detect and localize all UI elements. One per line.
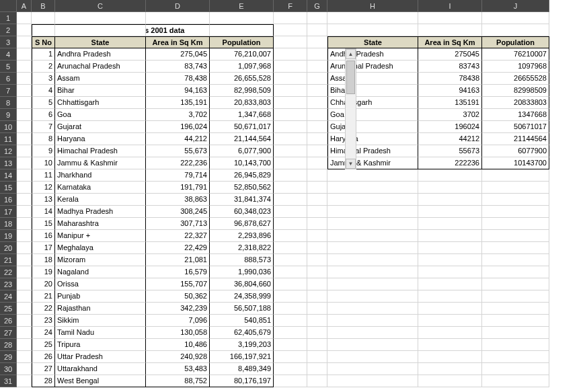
cell-F24[interactable] — [274, 290, 307, 303]
left-area-24[interactable]: 10,486 — [146, 339, 210, 351]
row-header-11[interactable]: 11 — [0, 133, 17, 145]
left-sno-6[interactable]: 7 — [32, 121, 55, 133]
left-area-15[interactable]: 22,327 — [146, 230, 210, 242]
left-area-8[interactable]: 55,673 — [146, 145, 210, 157]
cell-I24[interactable] — [418, 290, 482, 303]
left-area-1[interactable]: 83,743 — [146, 61, 210, 73]
cell-G11[interactable] — [307, 133, 327, 145]
right-pop-0[interactable]: 76210007 — [482, 48, 549, 61]
cell-I29[interactable] — [418, 351, 482, 363]
cell-F12[interactable] — [274, 145, 307, 157]
cell-F29[interactable] — [274, 351, 307, 363]
left-pop-22[interactable]: 540,851 — [210, 315, 274, 327]
cell-F25[interactable] — [274, 303, 307, 315]
left-pop-10[interactable]: 26,945,829 — [210, 169, 274, 182]
cell-G2[interactable] — [307, 24, 327, 36]
cell-A13[interactable] — [17, 157, 32, 169]
cell-J19[interactable] — [482, 230, 549, 242]
left-area-4[interactable]: 135,191 — [146, 97, 210, 109]
cell-I20[interactable] — [418, 242, 482, 254]
cell-H29[interactable] — [327, 351, 418, 363]
left-sno-5[interactable]: 6 — [32, 109, 55, 121]
col-header-D[interactable]: D — [146, 0, 210, 12]
left-pop-6[interactable]: 50,671,017 — [210, 121, 274, 133]
left-sno-0[interactable]: 1 — [32, 48, 55, 61]
select-all-corner[interactable] — [0, 0, 17, 12]
left-area-7[interactable]: 44,212 — [146, 133, 210, 145]
left-area-0[interactable]: 275,045 — [146, 48, 210, 61]
cell-F18[interactable] — [274, 218, 307, 230]
cell-H20[interactable] — [327, 242, 418, 254]
cell-A20[interactable] — [17, 242, 32, 254]
row-header-5[interactable]: 5 — [0, 61, 17, 73]
cell-A16[interactable] — [17, 194, 32, 206]
left-state-27[interactable]: West Bengal — [55, 375, 146, 387]
left-state-7[interactable]: Haryana — [55, 133, 146, 145]
cell-H26[interactable] — [327, 315, 418, 327]
left-sno-22[interactable]: 23 — [32, 315, 55, 327]
cell-I23[interactable] — [418, 278, 482, 290]
cell-F17[interactable] — [274, 206, 307, 218]
right-area-1[interactable]: 83743 — [418, 61, 482, 73]
cell-G8[interactable] — [307, 97, 327, 109]
cell-A6[interactable] — [17, 73, 32, 85]
right-state-0[interactable]: Andhra Pradesh — [327, 48, 418, 61]
left-state-17[interactable]: Mizoram — [55, 254, 146, 266]
row-header-18[interactable]: 18 — [0, 218, 17, 230]
cell-G5[interactable] — [307, 61, 327, 73]
left-pop-26[interactable]: 8,489,349 — [210, 363, 274, 375]
left-sno-19[interactable]: 20 — [32, 278, 55, 290]
cell-H25[interactable] — [327, 303, 418, 315]
cell-I31[interactable] — [418, 375, 482, 387]
left-sno-25[interactable]: 26 — [32, 351, 55, 363]
left-state-11[interactable]: Karnataka — [55, 182, 146, 194]
cell-J14[interactable] — [482, 169, 549, 182]
cell-H22[interactable] — [327, 266, 418, 278]
row-header-8[interactable]: 8 — [0, 97, 17, 109]
col-header-B[interactable]: B — [32, 0, 55, 12]
right-area-3[interactable]: 94163 — [418, 85, 482, 97]
row-header-3[interactable]: 3 — [0, 36, 17, 48]
right-area-5[interactable]: 3702 — [418, 109, 482, 121]
scroll-down-button[interactable]: ▼ — [346, 159, 356, 169]
row-header-24[interactable]: 24 — [0, 290, 17, 303]
cell-I26[interactable] — [418, 315, 482, 327]
left-pop-17[interactable]: 888,573 — [210, 254, 274, 266]
row-header-29[interactable]: 29 — [0, 351, 17, 363]
left-sno-8[interactable]: 9 — [32, 145, 55, 157]
left-state-12[interactable]: Kerala — [55, 194, 146, 206]
cell-A9[interactable] — [17, 109, 32, 121]
cell-H27[interactable] — [327, 327, 418, 339]
row-header-7[interactable]: 7 — [0, 85, 17, 97]
left-pop-18[interactable]: 1,990,036 — [210, 266, 274, 278]
cell-J26[interactable] — [482, 315, 549, 327]
cell-H30[interactable] — [327, 363, 418, 375]
cell-J18[interactable] — [482, 218, 549, 230]
right-area-6[interactable]: 196024 — [418, 121, 482, 133]
left-pop-21[interactable]: 56,507,188 — [210, 303, 274, 315]
right-area-2[interactable]: 78438 — [418, 73, 482, 85]
cell-A24[interactable] — [17, 290, 32, 303]
cell-G25[interactable] — [307, 303, 327, 315]
cell-F4[interactable] — [274, 48, 307, 61]
right-area-8[interactable]: 55673 — [418, 145, 482, 157]
right-header-state[interactable]: State — [327, 36, 418, 48]
cell-J24[interactable] — [482, 290, 549, 303]
cell-I17[interactable] — [418, 206, 482, 218]
cell-F11[interactable] — [274, 133, 307, 145]
left-sno-18[interactable]: 19 — [32, 266, 55, 278]
cell-I15[interactable] — [418, 182, 482, 194]
row-header-1[interactable]: 1 — [0, 12, 17, 24]
left-sno-20[interactable]: 21 — [32, 290, 55, 303]
left-state-5[interactable]: Goa — [55, 109, 146, 121]
cell-F2[interactable] — [274, 24, 307, 36]
left-area-16[interactable]: 22,429 — [146, 242, 210, 254]
scroll-up-button[interactable]: ▲ — [346, 49, 356, 59]
cell-I18[interactable] — [418, 218, 482, 230]
cell-A2[interactable] — [17, 24, 32, 36]
left-state-4[interactable]: Chhattisgarh — [55, 97, 146, 109]
left-pop-24[interactable]: 3,199,203 — [210, 339, 274, 351]
left-state-20[interactable]: Punjab — [55, 290, 146, 303]
cell-H15[interactable] — [327, 182, 418, 194]
cell-A15[interactable] — [17, 182, 32, 194]
